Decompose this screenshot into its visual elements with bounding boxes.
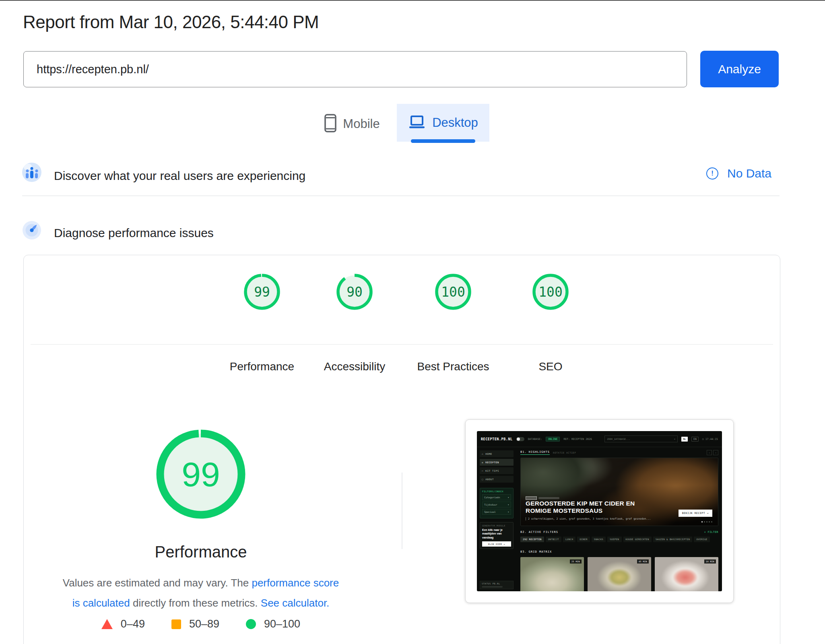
card-divider (31, 344, 773, 345)
mini-search-field: ZOEK_DATABASE... ⌕ (604, 436, 678, 442)
mini-theme-toggle (516, 437, 524, 441)
tab-desktop-active-indicator (411, 139, 475, 143)
mini-highlights-title: 01. HIGHLIGHTS (520, 450, 550, 455)
mini-carousel-arrows: ‹ › (707, 450, 718, 455)
section-divider (22, 196, 780, 196)
legend-range: 90–100 (264, 618, 300, 630)
mini-filter-chips: 292 RECEPTEN ONTBIJT LUNCH DINER SNACKS … (520, 537, 718, 542)
mini-clock: ◷ 17:44:15 (702, 438, 718, 441)
chevron-down-icon: ▾ (507, 503, 509, 506)
mini-status-title: STATUS PB.NL (482, 582, 512, 585)
tab-desktop[interactable]: Desktop (397, 104, 489, 142)
mini-active-filters-title: 02. ACTIVE FILTERS (520, 530, 558, 534)
score-value: 99 (243, 273, 280, 310)
mini-search-placeholder: ZOEK_DATABASE... (607, 438, 630, 440)
mini-recipe-tile-salad: 25 MIN (520, 557, 584, 591)
mini-generator-text: Een klik naar je maaltijden van vandaag (482, 528, 511, 539)
mini-nav-recepten: ◉ RECEPTEN (480, 459, 514, 466)
diagnose-gauge-icon (22, 221, 41, 240)
mini-grid: 25 MIN 45 MIN 10 MIN (520, 557, 718, 591)
mini-logo: RECEPTEN.PB.NL (481, 437, 513, 441)
mini-lang-nl: NL (681, 437, 688, 442)
page-title: Report from Mar 10, 2026, 5:44:40 PM (23, 12, 319, 32)
mini-nav-label: RECEPTEN (485, 461, 499, 464)
score-gauge-accessibility[interactable]: 90 Accessibility (314, 273, 395, 373)
mini-nav-kit-tips: ✂ KIT TIPS (480, 467, 514, 474)
score-legend: 0–49 50–89 90–100 (60, 618, 342, 630)
mini-generator-button: KLIK HIER → (482, 541, 511, 547)
score-value: 100 (532, 273, 569, 310)
legend-item-pass: 90–100 (246, 618, 300, 630)
mini-carousel-dots (701, 521, 712, 522)
analyze-button[interactable]: Analyze (700, 51, 779, 87)
score-label: Performance (222, 360, 302, 373)
mini-sidebar: ⌂ HOME ◉ RECEPTEN ✂ KIT TIPS ▢ (477, 447, 516, 591)
mini-online-badge: ONLINE (546, 437, 560, 442)
mini-search-icon: ⌕ (674, 438, 676, 440)
score-label: Accessibility (314, 360, 395, 373)
mini-hero: GEROOSTERDE KIP MET CIDER EN ROMIGE MOST… (520, 458, 718, 526)
performance-gauge-label: Performance (80, 543, 322, 561)
no-data-link[interactable]: ! No Data (706, 167, 771, 180)
disclaimer-text: Values are estimated and may vary. The (63, 577, 252, 589)
mobile-phone-icon (324, 114, 336, 134)
mini-nav-label: KIT TIPS (485, 469, 499, 472)
lighthouse-card: 99 Performance 90 Accessibility 100 Best… (23, 255, 780, 644)
mini-nav-about: ▢ ABOUT (480, 476, 514, 483)
recipes-icon: ◉ (482, 461, 483, 464)
score-gauge-seo[interactable]: 100 SEO (510, 273, 591, 373)
mini-grid-title: 03. GRID MATRIX (520, 550, 552, 553)
score-label: SEO (510, 360, 591, 373)
page-screenshot-thumbnail[interactable]: RECEPTEN.PB.NL DATABASE: ONLINE REF: REC… (465, 419, 734, 603)
mini-nav-label: HOME (485, 452, 492, 455)
mini-status-subtext-bar (482, 586, 503, 588)
home-icon: ⌂ (482, 452, 483, 455)
see-calculator-link[interactable]: See calculator. (261, 597, 330, 609)
mini-filter-speciaal: Speciaal ▾ (482, 509, 511, 515)
prev-arrow-icon: ‹ (707, 450, 712, 455)
legend-range: 50–89 (189, 618, 219, 630)
red-triangle-icon (101, 619, 113, 629)
score-value: 90 (336, 273, 373, 310)
mini-filter-categorieen: Categorieën ▾ (482, 494, 511, 500)
mini-topbar: RECEPTEN.PB.NL DATABASE: ONLINE REF: REC… (477, 431, 722, 447)
next-arrow-icon: › (713, 450, 718, 455)
performance-score-value[interactable]: 99 (153, 426, 249, 522)
tab-desktop-label: Desktop (432, 116, 478, 130)
score-gauge-best-practices[interactable]: 100 Best Practices (413, 273, 493, 373)
url-input[interactable] (23, 51, 687, 87)
mini-database-label: DATABASE: (528, 438, 542, 441)
window-top-edge (0, 0, 825, 1)
legend-item-fail: 0–49 (101, 618, 145, 630)
desktop-laptop-icon (408, 115, 426, 130)
score-label: Best Practices (413, 360, 493, 373)
score-value: 100 (435, 273, 472, 310)
mini-hero-meta (526, 496, 559, 500)
mini-recipe-tile-frittata: 45 MIN (588, 557, 651, 591)
diagnose-section-title: Diagnose performance issues (54, 226, 214, 240)
tab-mobile[interactable]: Mobile (314, 105, 390, 142)
mini-site: RECEPTEN.PB.NL DATABASE: ONLINE REF: REC… (477, 431, 722, 591)
mini-filters-title: FILTERS/INDEX (482, 490, 511, 493)
real-users-icon (22, 163, 41, 182)
mini-status-box: STATUS PB.NL (480, 581, 514, 589)
mini-highlights-sub: ROTATIE ACTIEF (553, 451, 576, 454)
time-badge: 10 MIN (704, 559, 716, 564)
score-disclaimer: Values are estimated and may vary. The p… (60, 573, 342, 613)
mini-recipe-tile-watermelon: 10 MIN (655, 557, 718, 591)
mini-add-filter: + FILTER (704, 530, 718, 534)
chevron-down-icon: ▾ (507, 510, 509, 513)
vertical-divider (402, 473, 402, 549)
about-icon: ▢ (482, 478, 483, 481)
mini-hero-title: GEROOSTERDE KIP MET CIDER EN ROMIGE MOST… (526, 500, 658, 514)
time-badge: 25 MIN (570, 559, 582, 564)
score-gauge-performance[interactable]: 99 Performance (222, 273, 302, 373)
tab-mobile-label: Mobile (343, 117, 380, 131)
pagespeed-report-page: Report from Mar 10, 2026, 5:44:40 PM Ana… (0, 0, 825, 644)
mini-nav-home: ⌂ HOME (480, 450, 514, 457)
mini-ref: REF: RECEPTEN 2026 (563, 438, 592, 441)
orange-square-icon (171, 619, 181, 629)
mini-generator-label: GENERATOR_MODULE (482, 524, 511, 527)
mini-filter-tijdsduur: Tijdsduur ▾ (482, 502, 511, 508)
info-icon: ! (706, 167, 718, 180)
